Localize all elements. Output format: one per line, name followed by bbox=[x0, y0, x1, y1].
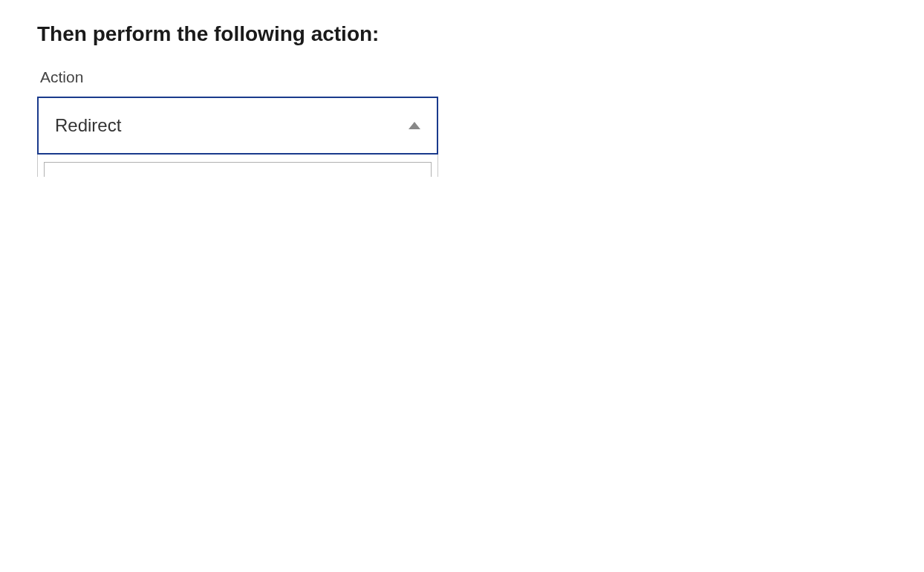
action-select-value: Redirect bbox=[55, 115, 121, 136]
action-select-trigger[interactable]: Redirect bbox=[37, 97, 438, 155]
section-heading: Then perform the following action: bbox=[37, 22, 887, 46]
triangle-up-icon bbox=[409, 122, 420, 129]
dropdown-search-wrapper bbox=[44, 162, 432, 177]
action-label: Action bbox=[40, 68, 887, 86]
dropdown-search-input[interactable] bbox=[44, 162, 432, 177]
action-dropdown-panel: RedirectProxyCustom response headersPass… bbox=[37, 155, 438, 177]
